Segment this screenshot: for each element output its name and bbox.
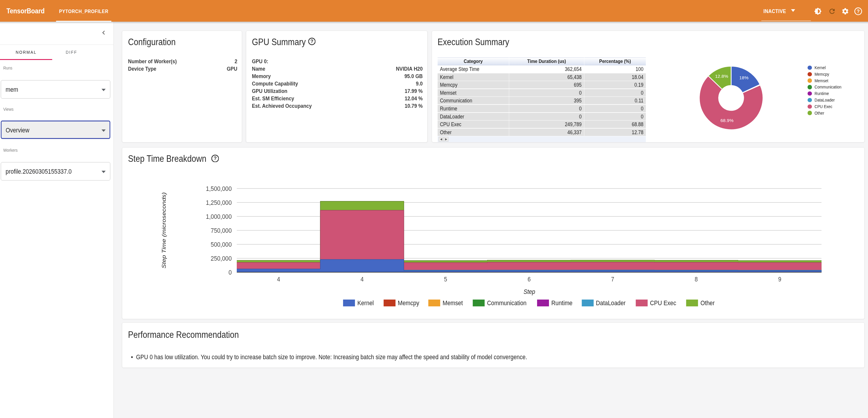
- svg-text:4: 4: [361, 276, 364, 283]
- svg-text:Step: Step: [523, 288, 535, 295]
- svg-text:68.9%: 68.9%: [720, 118, 734, 123]
- svg-text:6: 6: [528, 276, 531, 283]
- svg-text:500,000: 500,000: [211, 241, 232, 248]
- svg-text:?: ?: [214, 156, 217, 161]
- svg-text:18%: 18%: [739, 75, 749, 80]
- svg-text:0: 0: [228, 269, 232, 276]
- svg-text:1,250,000: 1,250,000: [206, 199, 232, 206]
- svg-text:250,000: 250,000: [211, 255, 232, 262]
- svg-text:9: 9: [778, 276, 781, 283]
- svg-text:Step Time (microseconds): Step Time (microseconds): [160, 192, 167, 268]
- svg-text:1,500,000: 1,500,000: [206, 185, 232, 192]
- svg-text:7: 7: [611, 276, 614, 283]
- svg-text:4: 4: [277, 276, 280, 283]
- svg-text:750,000: 750,000: [211, 227, 232, 234]
- svg-text:?: ?: [310, 39, 313, 44]
- svg-text:?: ?: [857, 9, 860, 14]
- svg-text:1,000,000: 1,000,000: [206, 213, 232, 220]
- svg-text:5: 5: [444, 276, 447, 283]
- svg-text:12.8%: 12.8%: [715, 74, 728, 79]
- svg-text:8: 8: [694, 276, 698, 283]
